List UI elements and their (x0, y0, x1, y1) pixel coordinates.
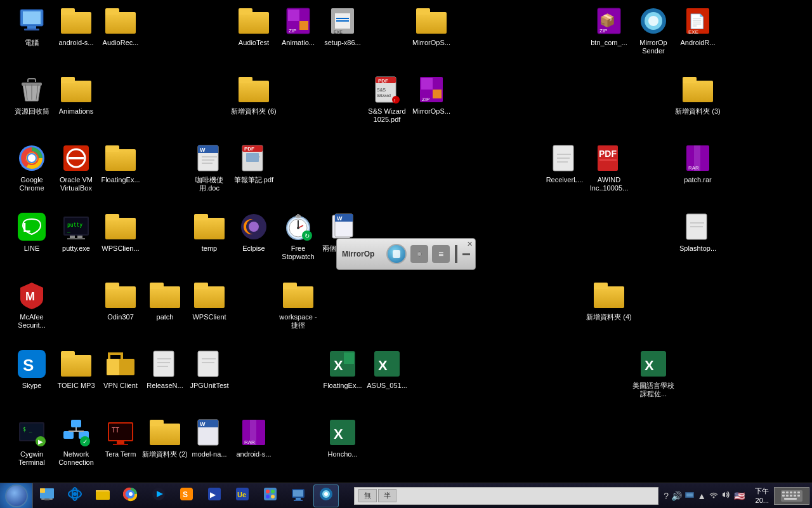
taskbar-item-network[interactable] (285, 485, 311, 507)
icon-computer[interactable]: 電腦 (6, 3, 57, 50)
svg-text:PDF: PDF (378, 78, 388, 84)
icon-floatingex2[interactable]: X FloatingEx... (317, 346, 368, 392)
mirrorop-popup-btn3[interactable]: ≡ (432, 245, 450, 263)
icon-meitou[interactable]: X 美圖語言學校課程佐... (628, 346, 679, 401)
icon-awind[interactable]: PDF AWIND Inc..10005... (584, 140, 634, 195)
mirrorop-taskbar-icon (318, 486, 334, 505)
svg-text:RAR: RAR (688, 165, 699, 171)
keyboard-button[interactable] (774, 487, 809, 505)
mirrorop-popup-btn2[interactable] (410, 245, 428, 263)
icon-temp[interactable]: temp (184, 209, 235, 255)
taskbar-item-chrome[interactable] (118, 485, 143, 507)
icon-line[interactable]: L LINE (6, 209, 57, 255)
icon-recycle[interactable]: 資源回收筒 (6, 72, 57, 118)
icon-jpgunit[interactable]: JPGUnitTest (184, 346, 235, 392)
icon-releasen[interactable]: ReleaseN... (140, 346, 190, 392)
icon-mcafee[interactable]: M McAfee Securit... (6, 277, 57, 332)
taskbar-item-mirrorop[interactable] (313, 485, 339, 507)
icon-odin307[interactable]: Odin307 (95, 277, 146, 324)
svg-rect-3 (24, 29, 39, 30)
icon-audiotest[interactable]: AudioTest (228, 3, 279, 50)
svg-text:_: _ (67, 227, 70, 233)
icon-animation[interactable]: ZIP Animatio... (273, 3, 324, 50)
icon-new-folder4[interactable]: 新增資料夾 (4) (584, 277, 634, 324)
icon-honcho[interactable]: X Honcho... (317, 415, 368, 461)
icon-floatingex[interactable]: FloatingEx... (95, 140, 146, 187)
mirrorop-popup-dash[interactable] (462, 253, 470, 255)
svg-rect-1 (23, 11, 41, 24)
taskbar-item-paint[interactable] (258, 485, 283, 507)
mirrorop-popup[interactable]: ✕ MirrorOp ≡ (336, 238, 476, 270)
icon-patch[interactable]: patch (140, 277, 190, 324)
icon-tera-term[interactable]: TT Tera Term (95, 415, 146, 461)
two-doc-icon: W (327, 211, 358, 242)
icon-asus[interactable]: X ASUS_051... (362, 346, 412, 392)
notes-pdf-icon: PDF (239, 143, 269, 173)
mirrorop-popup-btn1[interactable] (386, 244, 407, 264)
icon-patch-rar[interactable]: RAR patch.rar (672, 140, 723, 187)
icon-setup-x86[interactable]: EXE setup-x86... (317, 3, 368, 50)
icon-coffee-doc[interactable]: W 咖啡機使用.doc (184, 140, 235, 195)
icon-notes-pdf[interactable]: PDF 筆報筆記.pdf (228, 140, 279, 187)
icon-wpsclient2[interactable]: WPSClient (184, 277, 235, 324)
icon-oracle-vm[interactable]: Oracle VM VirtualBox (51, 140, 102, 195)
icon-wpsclient[interactable]: WPSClien... (95, 209, 146, 255)
icon-new-folder6[interactable]: 新增資料夾 (6) (228, 72, 279, 118)
icon-google-chrome[interactable]: Google Chrome (6, 140, 57, 195)
icon-model-na[interactable]: W model-na... (184, 415, 235, 461)
ie-icon (67, 486, 82, 505)
icon-toeic[interactable]: TOEIC MP3 (51, 346, 102, 392)
taskbar-item-app2[interactable]: ▶ (202, 485, 227, 507)
icon-androidr[interactable]: 📄 EXE AndroidR... (672, 3, 723, 50)
tray-volume-icon[interactable]: 🔊 (671, 491, 682, 501)
floatingex2-label: FloatingEx... (323, 382, 362, 390)
icon-ss-wizard[interactable]: PDF S&S Wizard ! S&S Wizard 1025.pdf (362, 72, 412, 126)
taskbar-item-app1[interactable]: S (174, 485, 199, 507)
taskbar-item-media[interactable] (146, 485, 171, 507)
lang-item-wu[interactable]: 無 (358, 489, 377, 502)
icon-free-stopwatch[interactable]: ↻ Free Stopwatch (273, 209, 324, 264)
tray-flag-icon[interactable]: 🇺🇸 (734, 491, 745, 501)
icon-cygwin[interactable]: $ _ ▶ Cygwin Terminal (6, 415, 57, 469)
computer-label: 電腦 (25, 39, 39, 47)
androidr-label: AndroidR... (680, 39, 715, 47)
svg-rect-161 (782, 491, 785, 493)
icon-mirroops2[interactable]: ZIP MirrorOpS... (406, 72, 457, 118)
mirrorop-popup-close[interactable]: ✕ (467, 240, 473, 248)
icon-splashtop[interactable]: Splashtop... (672, 209, 723, 255)
svg-rect-151 (293, 490, 303, 497)
icon-audiorec[interactable]: AudioRec... (95, 3, 146, 50)
icon-vpn[interactable]: VPN Client (95, 346, 146, 392)
tray-speaker-icon[interactable] (721, 490, 731, 502)
icon-mirrorop-sender[interactable]: MirrorOp Sender (628, 3, 679, 58)
svg-rect-100 (71, 420, 81, 427)
asus-label: ASUS_051... (367, 382, 407, 390)
taskbar-item-ue[interactable]: Ue (230, 485, 255, 507)
app2-icon: ▶ (207, 486, 222, 505)
taskbar-item-folder[interactable] (90, 485, 115, 507)
mirrorop-sender-label: MirrorOp Sender (631, 39, 676, 55)
tray-arrow-icon[interactable]: ▲ (697, 491, 706, 501)
icon-animations2[interactable]: Animations (51, 72, 102, 118)
start-button[interactable] (0, 483, 33, 509)
icon-btn-com[interactable]: 📦 ZIP btn_com_... (584, 3, 634, 50)
icon-putty[interactable]: putty _ putty.exe (51, 209, 102, 255)
tray-wifi-icon[interactable] (709, 490, 719, 502)
icon-new-folder2[interactable]: 新增資料夾 (2) (140, 415, 190, 461)
taskbar-item-explorer[interactable] (34, 485, 60, 507)
icon-receiverl[interactable]: ReceiverL... (539, 140, 590, 187)
taskbar-item-ie[interactable] (62, 485, 88, 507)
icon-android-s2[interactable]: RAR android-s... (228, 415, 279, 461)
tray-question-icon[interactable]: ? (664, 491, 669, 501)
svg-rect-153 (294, 500, 303, 501)
icon-skype[interactable]: S Skype (6, 346, 57, 392)
icon-mirrorop-folder[interactable]: MirrorOpS... (406, 3, 457, 50)
icon-workspace[interactable]: workspace - 捷徑 (273, 277, 324, 332)
tray-network2-icon[interactable] (684, 490, 695, 502)
icon-network[interactable]: ✓ Network Connection (51, 415, 102, 469)
icon-android-s1[interactable]: android-s... (51, 3, 102, 50)
lang-item-ban[interactable]: 半 (378, 489, 396, 502)
clock[interactable]: 下午 20... (750, 486, 774, 505)
icon-new-folder3[interactable]: 新增資料夾 (3) (672, 72, 723, 118)
icon-eclipse[interactable]: Eclpise (228, 209, 279, 255)
